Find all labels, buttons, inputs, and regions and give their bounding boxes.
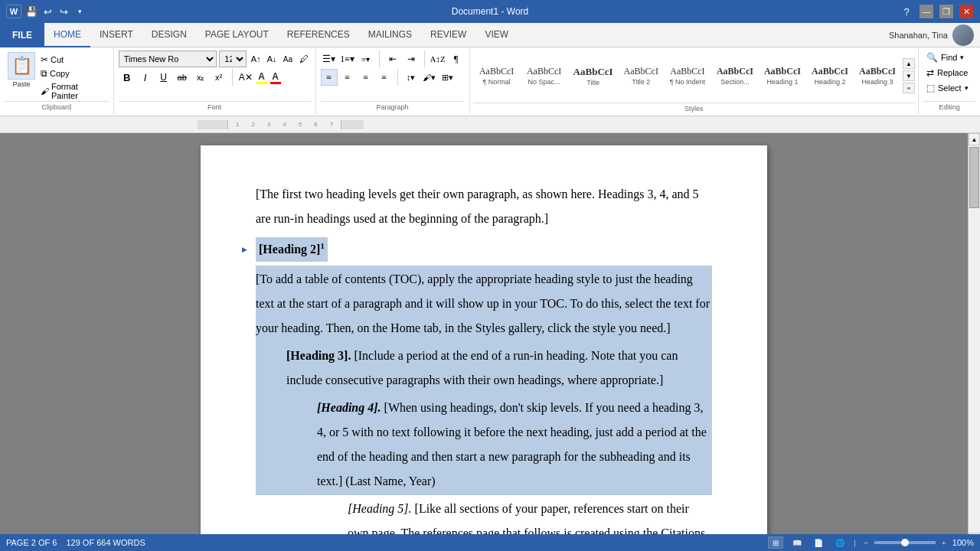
web-view-btn[interactable]: 🌐 bbox=[832, 536, 848, 549]
v-scrollbar[interactable]: ▲ ▼ bbox=[968, 133, 980, 545]
tab-home[interactable]: HOME bbox=[44, 23, 90, 47]
style-section[interactable]: AaBbCcI Section... bbox=[711, 63, 759, 89]
style-heading2[interactable]: AaBbCcI Heading 2 bbox=[806, 63, 854, 89]
style-heading1[interactable]: AaBbCcI Heading 1 bbox=[759, 63, 806, 89]
font-group: Times New Ro 12 A↑ A↓ Aa 🖊 B I U ab x₂ x… bbox=[114, 47, 316, 114]
align-center-btn[interactable]: ≡ bbox=[339, 69, 356, 86]
editing-group: 🔍 Find ▾ ⇄ Replace ⬚ Select ▾ Editing bbox=[919, 47, 980, 114]
minimize-btn[interactable]: — bbox=[920, 5, 933, 18]
undo-btn[interactable]: ↩ bbox=[41, 5, 54, 18]
shading-btn[interactable]: 🖌▾ bbox=[421, 69, 438, 86]
redo-btn[interactable]: ↪ bbox=[57, 5, 70, 18]
heading2-text: [Heading 2]1 bbox=[256, 237, 328, 262]
layout-view-btn[interactable]: ⊞ bbox=[768, 536, 783, 549]
borders-btn[interactable]: ⊞▾ bbox=[439, 69, 456, 86]
tab-mailings[interactable]: MAILINGS bbox=[359, 23, 421, 47]
styles-group-label: Styles bbox=[473, 103, 915, 112]
select-button[interactable]: ⬚ Select ▾ bbox=[923, 81, 975, 95]
bullets-btn[interactable]: ☰▾ bbox=[321, 51, 338, 67]
align-left-btn[interactable]: ≡ bbox=[321, 69, 338, 86]
subscript-btn[interactable]: x₂ bbox=[192, 69, 209, 86]
tab-insert[interactable]: INSERT bbox=[90, 23, 142, 47]
zoom-out-btn[interactable]: − bbox=[863, 538, 867, 547]
strikethrough-btn[interactable]: ab bbox=[174, 69, 191, 86]
print-layout-btn[interactable]: 📄 bbox=[811, 536, 826, 549]
tab-design[interactable]: DESIGN bbox=[142, 23, 196, 47]
ruler: 1 2 3 4 5 6 7 bbox=[0, 116, 980, 133]
quick-access-more-btn[interactable]: ▾ bbox=[73, 5, 87, 18]
ribbon: 📋 Paste ✂ Cut ⧉ Copy 🖌 Format Painter bbox=[0, 47, 980, 116]
style-heading3[interactable]: AaBbCcI Heading 3 bbox=[854, 63, 901, 89]
clear-format-btn[interactable]: A✕ bbox=[237, 69, 254, 86]
restore-btn[interactable]: ❐ bbox=[939, 5, 953, 18]
style-title[interactable]: AaBbCcI Title bbox=[568, 63, 619, 90]
text-highlight-color-btn[interactable]: A bbox=[256, 71, 267, 84]
font-size-select[interactable]: 12 bbox=[219, 51, 247, 67]
heading5-label: [Heading 5]. bbox=[348, 502, 412, 515]
line-spacing-btn[interactable]: ↕▾ bbox=[403, 69, 420, 86]
decrease-indent-btn[interactable]: ⇤ bbox=[384, 51, 401, 67]
zoom-slider[interactable] bbox=[874, 541, 936, 544]
toc-block: [To add a table of contents (TOC), apply… bbox=[256, 266, 712, 342]
ribbon-sep-1 bbox=[232, 69, 233, 86]
styles-scroll-down-btn[interactable]: ▼ bbox=[903, 70, 915, 81]
collapse-arrow[interactable]: ▶ bbox=[242, 243, 247, 256]
font-size-increase-btn[interactable]: A↑ bbox=[249, 52, 263, 66]
styles-group: AaBbCcI ¶ Normal AaBbCcI No Spac... AaBb… bbox=[470, 47, 919, 114]
save-quick-btn[interactable]: 💾 bbox=[24, 5, 38, 18]
tab-references[interactable]: REFERENCES bbox=[278, 23, 359, 47]
increase-indent-btn[interactable]: ⇥ bbox=[403, 51, 420, 67]
scroll-up-btn[interactable]: ▲ bbox=[969, 133, 980, 145]
cut-button[interactable]: ✂ Cut bbox=[38, 54, 109, 66]
user-info: Shanahan, Tina bbox=[883, 24, 980, 46]
read-mode-btn[interactable]: 📖 bbox=[789, 536, 805, 549]
style-title2[interactable]: AaBbCcI Title 2 bbox=[619, 63, 664, 89]
paste-button[interactable]: 📋 Paste bbox=[5, 51, 38, 90]
window-title: Document1 - Word bbox=[452, 6, 528, 17]
citation-1: (Last Name, Year) bbox=[342, 474, 435, 487]
underline-btn[interactable]: U bbox=[155, 69, 172, 86]
tab-review[interactable]: REVIEW bbox=[421, 23, 475, 47]
replace-button[interactable]: ⇄ Replace bbox=[923, 66, 975, 80]
font-size-decrease-btn[interactable]: A↓ bbox=[265, 52, 279, 66]
justify-btn[interactable]: ≡ bbox=[376, 69, 393, 86]
close-btn[interactable]: ✕ bbox=[959, 5, 973, 18]
highlight-btn[interactable]: 🖊 bbox=[297, 52, 311, 66]
document-page: [The first two heading levels get their … bbox=[201, 145, 767, 545]
zoom-level: 100% bbox=[952, 538, 974, 547]
tab-view[interactable]: VIEW bbox=[475, 23, 518, 47]
editing-group-label: Editing bbox=[923, 101, 975, 111]
change-case-btn[interactable]: Aa bbox=[281, 52, 295, 66]
zoom-in-btn[interactable]: + bbox=[942, 538, 946, 547]
align-right-btn[interactable]: ≡ bbox=[358, 69, 374, 86]
page-indicator: PAGE 2 OF 6 bbox=[6, 538, 57, 547]
scroll-thumb[interactable] bbox=[969, 147, 979, 208]
style-normal[interactable]: AaBbCcI ¶ Normal bbox=[473, 63, 521, 89]
para-sep-3 bbox=[397, 69, 398, 86]
styles-expand-btn[interactable]: ≡ bbox=[903, 83, 915, 93]
show-hide-btn[interactable]: ¶ bbox=[448, 51, 465, 67]
quick-access-toolbar: 💾 ↩ ↪ ▾ bbox=[24, 5, 87, 18]
paragraph-group: ☰▾ 1≡▾ ≡▾ ⇤ ⇥ A↕Z ¶ ≡ ≡ ≡ ≡ ↕▾ 🖌▾ ⊞▾ Par… bbox=[316, 47, 470, 114]
help-btn[interactable]: ? bbox=[899, 4, 914, 19]
sort-btn[interactable]: A↕Z bbox=[430, 51, 446, 67]
format-painter-button[interactable]: 🖌 Format Painter bbox=[38, 81, 109, 101]
text-color-btn[interactable]: A bbox=[270, 71, 281, 84]
clipboard-group: 📋 Paste ✂ Cut ⧉ Copy 🖌 Format Painter bbox=[0, 47, 114, 114]
title-bar-left: W 💾 ↩ ↪ ▾ bbox=[6, 5, 87, 18]
italic-btn[interactable]: I bbox=[137, 69, 154, 86]
tab-page-layout[interactable]: PAGE LAYOUT bbox=[196, 23, 278, 47]
copy-button[interactable]: ⧉ Copy bbox=[38, 67, 109, 80]
status-bar: PAGE 2 OF 6 129 OF 664 WORDS ⊞ 📖 📄 🌐 | −… bbox=[0, 534, 980, 551]
bold-btn[interactable]: B bbox=[119, 69, 136, 86]
font-name-select[interactable]: Times New Ro bbox=[119, 51, 217, 67]
find-button[interactable]: 🔍 Find ▾ bbox=[923, 51, 975, 64]
multilevel-list-btn[interactable]: ≡▾ bbox=[358, 51, 374, 67]
style-no-indent[interactable]: AaBbCcI ¶ No Indent bbox=[664, 63, 711, 89]
styles-scroll-up-btn[interactable]: ▲ bbox=[903, 58, 915, 69]
tab-file[interactable]: FILE bbox=[0, 23, 44, 47]
document-area: [The first two heading levels get their … bbox=[0, 133, 980, 545]
superscript-btn[interactable]: x² bbox=[211, 69, 227, 86]
numbering-btn[interactable]: 1≡▾ bbox=[339, 51, 356, 67]
style-no-spacing[interactable]: AaBbCcI No Spac... bbox=[521, 63, 568, 89]
